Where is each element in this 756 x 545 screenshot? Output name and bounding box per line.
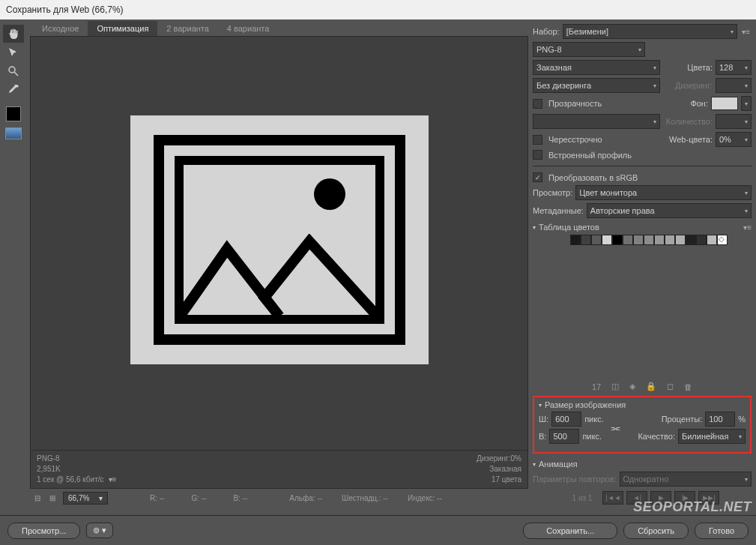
- info-dither-value: 0%: [511, 454, 521, 463]
- hand-tool[interactable]: [3, 25, 24, 43]
- image-size-collapse-icon[interactable]: ▾: [539, 402, 542, 409]
- color-swatch[interactable]: [675, 235, 686, 245]
- settings-panel: Набор: [Безимени]▾ ▾≡ PNG-8▾ Заказная▾ Ц…: [531, 19, 756, 508]
- interlaced-checkbox[interactable]: [533, 135, 542, 145]
- color-table-title: Таблица цветов: [539, 223, 599, 232]
- map-to-transparent-icon[interactable]: ◫: [611, 382, 619, 391]
- window-title: Сохранить для Web (66,7%): [0, 0, 756, 19]
- color-count: 17: [592, 382, 601, 391]
- colors-select[interactable]: 128▾: [716, 60, 752, 75]
- colors-label: Цвета:: [687, 63, 713, 72]
- tab-optimized[interactable]: Оптимизация: [88, 21, 157, 36]
- color-swatch[interactable]: [686, 235, 696, 245]
- status-hex: Шестнадц.: --: [342, 494, 388, 502]
- dither-amount-label: Дизеринг:: [675, 81, 713, 90]
- height-input[interactable]: [549, 429, 579, 444]
- color-swatch[interactable]: [581, 235, 591, 245]
- zoom-tool[interactable]: [3, 62, 24, 80]
- watermark: SEOPORTAL.NET: [633, 499, 752, 515]
- embed-profile-label: Встроенный профиль: [548, 151, 632, 160]
- embed-profile-checkbox[interactable]: [533, 150, 542, 160]
- shift-web-icon[interactable]: ◈: [629, 382, 635, 391]
- interlaced-label: Чересстрочно: [548, 135, 602, 144]
- preset-menu-icon[interactable]: ▾≡: [740, 28, 752, 36]
- color-swatch[interactable]: [623, 235, 633, 245]
- percent-input[interactable]: [705, 412, 735, 427]
- info-format: PNG-8: [37, 454, 118, 464]
- matte-color-well[interactable]: [711, 97, 738, 110]
- color-swatch[interactable]: [591, 235, 602, 245]
- tab-4up[interactable]: 4 варианта: [218, 21, 279, 36]
- lock-color-icon[interactable]: 🔒: [646, 382, 656, 391]
- eyedropper-color-swatch[interactable]: [6, 106, 21, 121]
- tab-2up[interactable]: 2 варианта: [157, 21, 218, 36]
- image-size-section: ▾ Размер изображения Ш: пикс. ⫘ Проценты…: [533, 396, 752, 454]
- preset-select[interactable]: [Безимени]▾: [563, 24, 738, 39]
- svg-line-1: [14, 72, 18, 76]
- delete-color-icon[interactable]: 🗑: [684, 382, 692, 391]
- tab-original[interactable]: Исходное: [33, 21, 88, 36]
- metadata-label: Метаданные:: [533, 206, 584, 215]
- color-swatch[interactable]: [644, 235, 654, 245]
- status-index: Индекс: --: [408, 494, 442, 502]
- color-swatch[interactable]: [654, 235, 665, 245]
- transparency-checkbox[interactable]: [533, 99, 542, 109]
- info-color-count: 17 цвета: [477, 475, 521, 485]
- amount-label: Количество:: [666, 117, 713, 126]
- status-r: R: --: [150, 494, 164, 502]
- color-swatch-placeholder[interactable]: [717, 235, 728, 245]
- height-label: В:: [539, 432, 546, 441]
- color-swatch[interactable]: [602, 235, 612, 245]
- width-input[interactable]: [551, 412, 581, 427]
- frame-indicator: 1 из 1: [565, 494, 600, 502]
- preview-button[interactable]: Просмотр...: [7, 523, 80, 539]
- image-size-title: Размер изображения: [545, 400, 626, 409]
- minus-icon[interactable]: ⊟: [33, 494, 42, 502]
- color-swatch[interactable]: [696, 235, 707, 245]
- done-button[interactable]: Готово: [695, 523, 749, 539]
- color-swatch[interactable]: [707, 235, 717, 245]
- webcolors-select[interactable]: 0%▾: [716, 132, 752, 147]
- color-table-toolbar: 17 ◫ ◈ 🔒 ◻ 🗑: [533, 379, 752, 394]
- slice-select-tool[interactable]: [3, 43, 24, 61]
- canvas-area[interactable]: [30, 36, 528, 451]
- color-swatch[interactable]: [665, 235, 675, 245]
- color-table-menu-icon[interactable]: ▾≡: [743, 223, 752, 232]
- format-select[interactable]: PNG-8▾: [533, 42, 645, 57]
- color-table-collapse-icon[interactable]: ▾: [533, 224, 536, 231]
- color-table-swatches[interactable]: [570, 235, 752, 245]
- width-unit: пикс.: [584, 415, 604, 424]
- preview-select[interactable]: Цвет монитора▾: [575, 185, 752, 200]
- plus-icon[interactable]: ⊞: [48, 494, 57, 502]
- color-swatch[interactable]: [633, 235, 644, 245]
- animation-collapse-icon[interactable]: ▾: [533, 461, 536, 468]
- first-frame-button[interactable]: |◄◄: [602, 491, 623, 505]
- matte-select[interactable]: ▾: [741, 96, 752, 111]
- width-label: Ш:: [539, 415, 548, 424]
- dialog-button-bar: Просмотр... ⊚ ▾ Сохранить... Сбросить Го…: [0, 515, 756, 545]
- eyedropper-tool[interactable]: [3, 81, 24, 99]
- slice-visibility-toggle[interactable]: [5, 127, 22, 139]
- reduction-select[interactable]: Заказная▾: [533, 60, 660, 75]
- info-dither-label: Дизеринг:: [477, 454, 511, 463]
- webcolors-label: Web-цвета:: [669, 135, 713, 144]
- metadata-select[interactable]: Авторские права▾: [587, 203, 752, 218]
- browser-preview-button[interactable]: ⊚ ▾: [86, 523, 113, 538]
- quality-select[interactable]: Билинейная▾: [678, 429, 746, 444]
- zoom-select[interactable]: 66,7%▾: [63, 492, 108, 505]
- speed-menu-icon[interactable]: ▾≡: [107, 475, 118, 485]
- animation-title: Анимация: [539, 460, 578, 469]
- new-color-icon[interactable]: ◻: [667, 382, 674, 391]
- preview-tabs: Исходное Оптимизация 2 варианта 4 вариан…: [27, 19, 531, 36]
- percent-unit: %: [738, 415, 746, 424]
- dither-method-select[interactable]: Без дизеринга▾: [533, 78, 660, 93]
- tool-column: [0, 19, 27, 508]
- svg-point-0: [9, 67, 15, 73]
- color-swatch[interactable]: [612, 235, 623, 245]
- convert-srgb-checkbox[interactable]: [533, 172, 542, 182]
- constrain-proportions-icon[interactable]: ⫘: [607, 422, 623, 434]
- reset-button[interactable]: Сбросить: [623, 523, 689, 539]
- optimize-info-strip: PNG-8 2,951K 1 сек @ 56,6 кбит/с ▾≡ Дизе…: [30, 451, 528, 489]
- color-swatch[interactable]: [570, 235, 581, 245]
- save-button[interactable]: Сохранить...: [523, 523, 617, 539]
